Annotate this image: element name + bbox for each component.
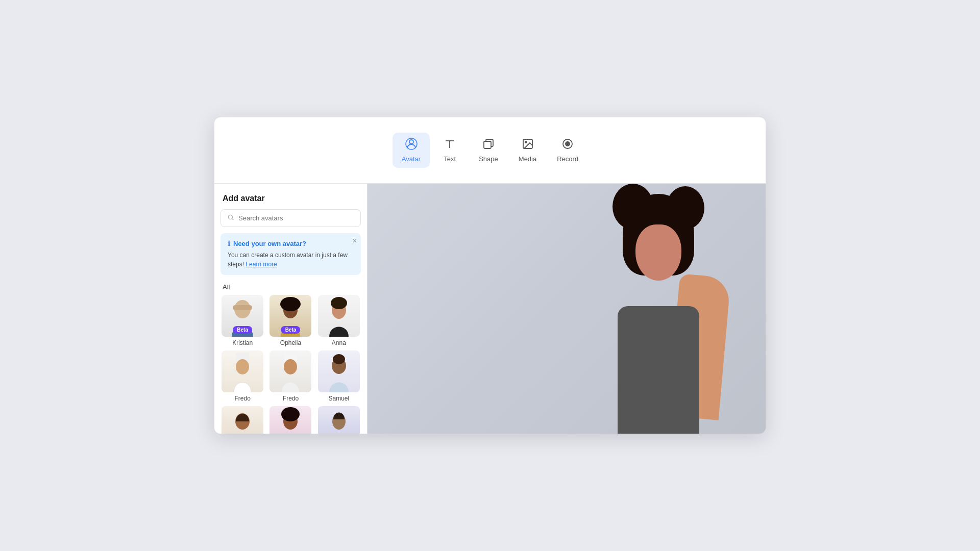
beta-badge-kristian: Beta (233, 326, 252, 334)
avatar-name-ophelia: Ophelia (280, 339, 301, 346)
search-icon (227, 214, 234, 222)
avatar-thumb-kristian: Beta (222, 295, 263, 337)
tab-text-label: Text (444, 155, 456, 163)
avatar-thumb-row3-2 (270, 406, 311, 434)
svg-point-0 (409, 140, 413, 144)
tab-media-label: Media (519, 155, 536, 163)
avatar-thumb-anna (318, 295, 360, 337)
avatar-item-kristian[interactable]: Beta Kristian (220, 295, 264, 346)
tab-record-label: Record (557, 155, 578, 163)
svg-rect-4 (484, 141, 491, 148)
info-banner: ℹ Need your own avatar? × You can create… (220, 233, 361, 275)
tab-record[interactable]: Record (548, 133, 587, 168)
app-window: Avatar Text (214, 117, 766, 434)
face-decoration (635, 224, 681, 281)
info-banner-close-button[interactable]: × (353, 237, 357, 244)
avatar-panel: Add avatar ℹ Need your own (214, 184, 368, 434)
info-icon: ℹ (228, 239, 230, 247)
avatar-name-samuel: Samuel (328, 395, 349, 402)
beta-badge-ophelia: Beta (281, 326, 301, 334)
panel-header: Add avatar (214, 184, 367, 209)
avatar-item-samuel[interactable]: Samuel (317, 350, 361, 402)
media-icon (522, 138, 534, 152)
avatar-thumb-samuel (318, 350, 360, 392)
background-avatar-figure (582, 184, 735, 434)
search-container (214, 209, 367, 233)
avatar-name-fredo1: Fredo (234, 395, 250, 402)
avatar-item-anna[interactable]: Anna (317, 295, 361, 346)
tab-shape[interactable]: Shape (470, 133, 507, 168)
info-banner-title: Need your own avatar? (233, 240, 306, 247)
svg-point-18 (236, 359, 249, 374)
avatar-item-row3-2[interactable] (268, 406, 312, 434)
tab-media[interactable]: Media (509, 133, 546, 168)
torso-decoration (618, 306, 699, 434)
search-box[interactable] (220, 209, 361, 227)
svg-point-14 (280, 297, 301, 311)
section-all-label: All (214, 281, 367, 295)
tab-text[interactable]: Text (432, 133, 468, 168)
avatar-thumb-row3-1 (222, 406, 263, 434)
avatar-name-fredo2: Fredo (283, 395, 299, 402)
avatar-thumb-fredo1 (222, 350, 263, 392)
avatar-item-row3-1[interactable] (220, 406, 264, 434)
info-banner-header: ℹ Need your own avatar? (228, 239, 354, 247)
avatar-grid: Beta Kristian Beta (214, 295, 367, 434)
svg-point-9 (228, 215, 232, 219)
toolbar-nav: Avatar Text (393, 133, 587, 168)
avatar-name-anna: Anna (332, 339, 346, 346)
text-icon (444, 138, 456, 152)
avatar-name-kristian: Kristian (232, 339, 253, 346)
info-banner-body: You can create a custom avatar in just a… (228, 251, 354, 269)
avatar-icon (405, 138, 418, 152)
svg-point-20 (284, 359, 297, 374)
tab-avatar[interactable]: Avatar (393, 133, 430, 168)
svg-point-22 (333, 354, 345, 364)
svg-point-16 (331, 297, 347, 309)
shape-icon (482, 138, 495, 152)
info-body-link[interactable]: Learn more (246, 261, 277, 268)
svg-rect-12 (233, 305, 252, 310)
toolbar: Avatar Text (214, 117, 766, 184)
avatar-item-row3-3[interactable] (317, 406, 361, 434)
svg-point-8 (566, 142, 570, 146)
record-icon (561, 138, 574, 152)
svg-point-25 (281, 407, 300, 421)
avatar-item-fredo1[interactable]: Fredo (220, 350, 264, 402)
avatar-thumb-ophelia: Beta (270, 295, 311, 337)
tab-shape-label: Shape (479, 155, 498, 163)
avatar-thumb-row3-3 (318, 406, 360, 434)
avatar-item-fredo2[interactable]: Fredo (268, 350, 312, 402)
svg-line-10 (232, 219, 234, 220)
tab-avatar-label: Avatar (402, 155, 421, 163)
avatar-thumb-fredo2 (270, 350, 311, 392)
scene-background (368, 184, 766, 434)
avatar-item-ophelia[interactable]: Beta Ophelia (268, 295, 312, 346)
search-input[interactable] (238, 214, 354, 222)
main-content: Add avatar ℹ Need your own (214, 184, 766, 434)
panel-title: Add avatar (223, 194, 359, 203)
svg-point-6 (525, 141, 527, 143)
